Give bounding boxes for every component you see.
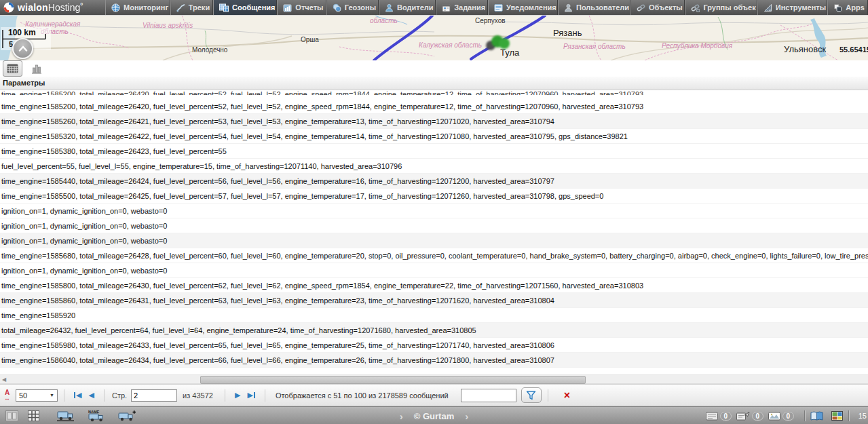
message-row[interactable]: ignition_on=1, dynamic_ignition_on=0, we… bbox=[0, 218, 868, 233]
filter-input[interactable] bbox=[461, 389, 516, 402]
driver-messages-icon[interactable] bbox=[706, 412, 718, 421]
column-header-parameters[interactable]: Параметры bbox=[0, 77, 868, 90]
tab-label: Сообщения bbox=[232, 3, 275, 12]
geofences-icon bbox=[333, 3, 341, 12]
tab-jobs[interactable]: Задания bbox=[436, 0, 488, 15]
message-row[interactable]: time_engine=1586040, total_mileage=26434… bbox=[0, 353, 868, 368]
footer-right-tools: 0 0 0 bbox=[706, 407, 867, 424]
clear-filter-button[interactable]: × bbox=[564, 390, 570, 401]
truck-names-icon[interactable]: NAME bbox=[88, 410, 106, 422]
wialon-logo: wialonHosting˚ bbox=[0, 0, 105, 15]
tab-notifications[interactable]: Уведомления bbox=[488, 0, 558, 15]
jobs-icon bbox=[442, 3, 451, 12]
chart-view-button[interactable] bbox=[29, 61, 45, 76]
svg-text:NAME: NAME bbox=[88, 410, 100, 414]
truck-on-road-icon[interactable] bbox=[57, 410, 75, 421]
guide-book-icon[interactable] bbox=[810, 411, 823, 421]
reports-icon bbox=[283, 3, 292, 12]
page-number-input[interactable] bbox=[131, 389, 177, 402]
tab-geofences[interactable]: Геозоны bbox=[326, 0, 379, 15]
message-row[interactable]: time_engine=1585800, total_mileage=26430… bbox=[0, 278, 868, 293]
message-row[interactable]: time_engine=1585500, total_mileage=26425… bbox=[0, 189, 868, 204]
notifications-icon bbox=[494, 3, 503, 12]
tools-icon bbox=[763, 3, 772, 12]
tab-monitoring[interactable]: Мониторинг bbox=[105, 0, 170, 15]
message-row[interactable]: time_engine=1585380, total_mileage=26423… bbox=[0, 144, 868, 159]
expand-right-panel-icon[interactable]: › bbox=[465, 410, 468, 422]
tab-units[interactable]: Объекты bbox=[630, 0, 685, 15]
message-row[interactable]: time_engine=1585980, total_mileage=26433… bbox=[0, 338, 868, 353]
clock-time: 15 bbox=[858, 412, 867, 420]
pages-total-label: из 43572 bbox=[183, 391, 213, 400]
chevron-down-icon: ▼ bbox=[50, 393, 54, 398]
globe-icon bbox=[111, 3, 120, 12]
partially-scrolled-row: time_engine=1585200, total_mileage=26420… bbox=[0, 91, 868, 95]
map-artwork bbox=[0, 16, 868, 60]
tab-label: Объекты bbox=[649, 3, 683, 12]
message-row[interactable]: time_engine=1585200, total_mileage=26420… bbox=[0, 99, 868, 114]
separator bbox=[548, 389, 548, 402]
tab-label: Геозоны bbox=[345, 3, 376, 12]
tab-label: Apps bbox=[846, 3, 865, 12]
message-row[interactable]: ignition_on=1, dynamic_ignition_on=0, we… bbox=[0, 204, 868, 218]
autofit-columns-icon[interactable]: A↔ bbox=[4, 390, 10, 401]
tab-messages[interactable]: Сообщения bbox=[213, 0, 277, 15]
messages-range-status: Отображается с 51 по 100 из 2178589 сооб… bbox=[276, 391, 449, 400]
scrollbar-thumb[interactable] bbox=[200, 376, 586, 384]
table-view-button[interactable] bbox=[3, 60, 22, 77]
separator bbox=[848, 410, 849, 421]
messages-table-body: time_engine=1585200, total_mileage=26420… bbox=[0, 99, 868, 368]
tab-users[interactable]: Пользователи bbox=[558, 0, 630, 15]
split-panel-icon[interactable] bbox=[5, 410, 18, 421]
tab-label: Инструменты bbox=[776, 3, 826, 12]
message-row[interactable]: ignition_on=1, dynamic_ignition_on=0, we… bbox=[0, 233, 868, 248]
pagination-bar: A↔ 50 ▼ ◀ ◀ Стр. из 43572 ▶ ▶ Отображает… bbox=[0, 384, 868, 406]
add-unit-truck-icon[interactable] bbox=[118, 410, 136, 421]
apply-filter-button[interactable] bbox=[521, 387, 542, 403]
message-row[interactable]: time_engine=1585860, total_mileage=26431… bbox=[0, 293, 868, 308]
page-size-select[interactable]: 50 ▼ bbox=[16, 389, 58, 402]
message-row[interactable]: time_engine=1585320, total_mileage=26422… bbox=[0, 129, 868, 144]
next-page-button[interactable]: ▶ bbox=[235, 391, 240, 400]
media-messages-icon[interactable] bbox=[768, 412, 780, 421]
grid-view-icon[interactable] bbox=[28, 410, 39, 421]
message-row[interactable]: time_engine=1585260, total_mileage=26421… bbox=[0, 114, 868, 129]
tab-label: Группы объек bbox=[703, 3, 755, 12]
tracks-icon bbox=[176, 3, 185, 12]
message-row[interactable]: time_engine=1585680, total_mileage=26428… bbox=[0, 248, 868, 263]
user-icon bbox=[564, 3, 573, 12]
tab-apps[interactable]: Apps bbox=[827, 0, 868, 15]
tab-tools[interactable]: Инструменты bbox=[757, 0, 828, 15]
scroll-left-arrow-icon[interactable]: ◀ bbox=[2, 377, 6, 383]
commands-count-badge: 0 bbox=[752, 412, 763, 421]
horizontal-scrollbar[interactable]: ◀ bbox=[0, 374, 868, 384]
footer-left-tools: NAME bbox=[0, 410, 136, 422]
message-row[interactable]: fuel_level_percent=55, fuel_level_l=55, … bbox=[0, 159, 868, 174]
tab-unit-groups[interactable]: Группы объек bbox=[685, 0, 757, 15]
separator bbox=[64, 389, 64, 402]
expand-left-panel-icon[interactable]: › bbox=[400, 410, 403, 422]
message-row[interactable]: ignition_on=1, dynamic_ignition_on=0, we… bbox=[0, 263, 868, 278]
driver-icon bbox=[385, 3, 394, 12]
message-row[interactable]: total_mileage=26432, fuel_level_percent=… bbox=[0, 323, 868, 338]
tab-label: Треки bbox=[189, 3, 210, 12]
tab-drivers[interactable]: Водители bbox=[379, 0, 436, 15]
wialon-logo-text: wialonHosting˚ bbox=[18, 2, 83, 13]
unit-icon bbox=[637, 3, 645, 12]
apps-panel-icon[interactable] bbox=[831, 411, 843, 421]
first-page-button[interactable]: ◀ bbox=[74, 391, 81, 400]
messages-sub-toolbar bbox=[0, 60, 868, 77]
prev-page-button[interactable]: ◀ bbox=[88, 391, 94, 400]
unit-group-icon bbox=[691, 3, 700, 12]
map-collapse-button[interactable] bbox=[12, 38, 33, 59]
cursor-coordinates: 55.654155 bbox=[839, 45, 868, 54]
driver-messages-count-badge: 0 bbox=[720, 412, 732, 421]
message-row[interactable]: time_engine=1585440, total_mileage=26424… bbox=[0, 174, 868, 189]
tab-tracks[interactable]: Треки bbox=[170, 0, 213, 15]
map-strip[interactable]: КалининградскаяобластьVilniaus apskritis… bbox=[0, 15, 868, 61]
message-row[interactable]: time_engine=1585920 bbox=[0, 308, 868, 323]
tab-reports[interactable]: Отчеты bbox=[277, 0, 326, 15]
last-page-button[interactable]: ▶ bbox=[247, 391, 254, 400]
tab-label: Задания bbox=[454, 3, 485, 12]
commands-sent-icon[interactable] bbox=[736, 411, 750, 421]
